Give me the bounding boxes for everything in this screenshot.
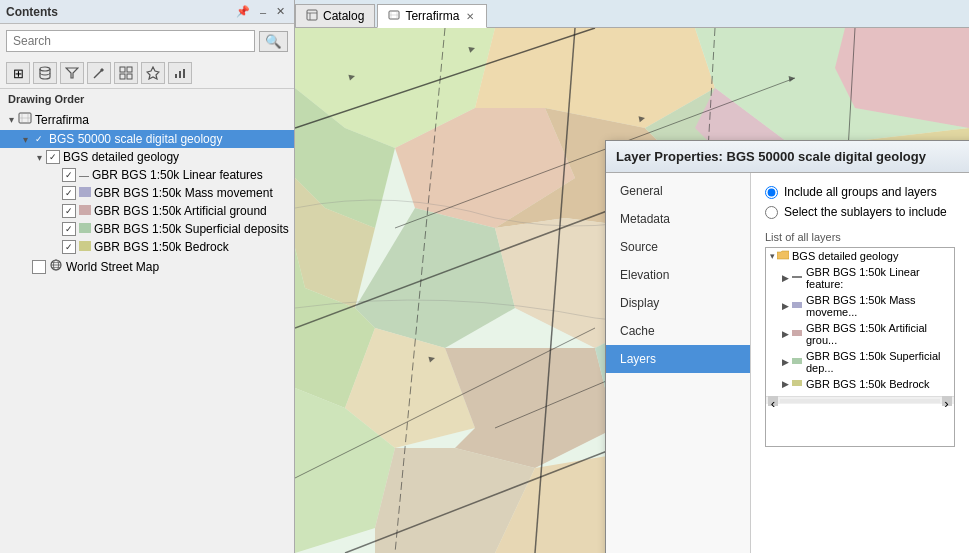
nav-item-metadata[interactable]: Metadata xyxy=(606,205,750,233)
line-icon: — xyxy=(79,170,89,181)
tree-label-bedrock: GBR BGS 1:50k Bedrock xyxy=(94,240,229,254)
right-area: Catalog Terrafirma ✕ xyxy=(295,0,969,553)
radio-include-all-input[interactable] xyxy=(765,186,778,199)
svg-rect-5 xyxy=(127,67,132,72)
node-label-bedrock: GBR BGS 1:50k Bedrock xyxy=(806,378,930,390)
toolbar-edit-btn[interactable] xyxy=(87,62,111,84)
panel-close-button[interactable]: ✕ xyxy=(273,4,288,19)
tree-node-mass[interactable]: ▶ GBR BGS 1:50k Mass moveme... xyxy=(766,292,954,320)
tab-catalog[interactable]: Catalog xyxy=(295,4,375,27)
tree-node-bedrock[interactable]: ▶ GBR BGS 1:50k Bedrock xyxy=(766,376,954,392)
checkbox-bedrock[interactable]: ✓ xyxy=(62,240,76,254)
nav-item-display[interactable]: Display xyxy=(606,289,750,317)
nav-item-elevation[interactable]: Elevation xyxy=(606,261,750,289)
svg-rect-4 xyxy=(120,67,125,72)
radio-include-all: Include all groups and layers xyxy=(765,185,969,199)
toolbar-grid-btn[interactable] xyxy=(114,62,138,84)
layers-section: List of all layers ▾ BGS detailed geolog… xyxy=(765,231,969,447)
nav-item-general[interactable]: General xyxy=(606,177,750,205)
hscroll-right[interactable]: › xyxy=(942,396,952,406)
nav-item-layers[interactable]: Layers xyxy=(606,345,750,373)
dialog-title: Layer Properties: BGS 50000 scale digita… xyxy=(616,149,926,164)
radio-select-sublayers-input[interactable] xyxy=(765,206,778,219)
tree-item-bgs-detailed[interactable]: ▾ ✓ BGS detailed geology xyxy=(0,148,294,166)
tree-node-artificial[interactable]: ▶ GBR BGS 1:50k Artificial grou... xyxy=(766,320,954,348)
svg-rect-10 xyxy=(179,71,181,78)
list-title: List of all layers xyxy=(765,231,955,243)
checkbox-mass[interactable]: ✓ xyxy=(62,186,76,200)
radio-group: Include all groups and layers Select the… xyxy=(765,185,969,219)
radio-select-sublayers-label: Select the sublayers to include xyxy=(784,205,947,219)
svg-rect-71 xyxy=(792,330,802,336)
checkbox-artificial[interactable]: ✓ xyxy=(62,204,76,218)
tree-node-bgs-detailed[interactable]: ▾ BGS detailed geology xyxy=(766,248,954,264)
panel-title: Contents xyxy=(6,5,58,19)
folder-icon xyxy=(777,250,789,262)
svg-rect-13 xyxy=(79,187,91,197)
layer-icon-superficial xyxy=(791,356,803,368)
panel-minimize-button[interactable]: – xyxy=(257,4,269,19)
tree-node-linear[interactable]: ▶ GBR BGS 1:50k Linear feature: xyxy=(766,264,954,292)
hscroll-left[interactable]: ‹ xyxy=(768,396,778,406)
tree-label-artificial: GBR BGS 1:50k Artificial ground xyxy=(94,204,267,218)
tab-catalog-label: Catalog xyxy=(323,9,364,23)
expander-icon: ▾ xyxy=(4,114,18,125)
tree-label-worldstreet: World Street Map xyxy=(66,260,159,274)
checkbox-bgs-detailed[interactable]: ✓ xyxy=(46,150,60,164)
toolbar-filter-btn[interactable] xyxy=(60,62,84,84)
tree-label-linear: GBR BGS 1:50k Linear features xyxy=(92,168,263,182)
toolbar-symbol-btn[interactable] xyxy=(141,62,165,84)
node-label-linear: GBR BGS 1:50k Linear feature: xyxy=(806,266,950,290)
tree-node-superficial[interactable]: ▶ GBR BGS 1:50k Superficial dep... xyxy=(766,348,954,376)
tree-item-mass[interactable]: ✓ GBR BGS 1:50k Mass movement xyxy=(0,184,294,202)
dialog-body: General Metadata Source Elevation Displa… xyxy=(606,173,969,553)
panel-pin-button[interactable]: 📌 xyxy=(233,4,253,19)
expander-icon: ▾ xyxy=(32,152,46,163)
tab-close-button[interactable]: ✕ xyxy=(464,11,476,22)
list-box[interactable]: ▾ BGS detailed geology ▶ xyxy=(765,247,955,447)
tab-terrafirma-label: Terrafirma xyxy=(405,9,459,23)
tree-label-bgs50000: BGS 50000 scale digital geology xyxy=(49,132,222,146)
checkbox-superficial[interactable]: ✓ xyxy=(62,222,76,236)
svg-rect-7 xyxy=(127,74,132,79)
dialog-nav: General Metadata Source Elevation Displa… xyxy=(606,173,751,553)
nav-item-source[interactable]: Source xyxy=(606,233,750,261)
catalog-tab-icon xyxy=(306,9,318,23)
search-button[interactable]: 🔍 xyxy=(259,31,288,52)
tree-label-mass: GBR BGS 1:50k Mass movement xyxy=(94,186,273,200)
svg-point-0 xyxy=(40,67,50,71)
nav-item-cache[interactable]: Cache xyxy=(606,317,750,345)
toolbar-chart-btn[interactable] xyxy=(168,62,192,84)
tree-item-linear[interactable]: ✓ — GBR BGS 1:50k Linear features xyxy=(0,166,294,184)
tree-item-bgs50000[interactable]: ▾ ✓ BGS 50000 scale digital geology xyxy=(0,130,294,148)
radio-select-sublayers: Select the sublayers to include xyxy=(765,205,969,219)
node-label-bgs-detailed: BGS detailed geology xyxy=(792,250,898,262)
toolbar-map-btn[interactable]: ⊞ xyxy=(6,62,30,84)
svg-marker-1 xyxy=(66,68,78,78)
layer-icon-bedrock xyxy=(791,378,803,390)
tree-label-superficial: GBR BGS 1:50k Superficial deposits xyxy=(94,222,289,236)
terrafirma-tab-icon xyxy=(388,9,400,23)
expand-icon6: ▶ xyxy=(782,379,789,389)
svg-rect-15 xyxy=(79,223,91,233)
checkbox-bgs50000[interactable]: ✓ xyxy=(32,132,46,146)
list-panel: List of all layers ▾ BGS detailed geolog… xyxy=(765,231,955,447)
tree-label-terrafirma: Terrafirma xyxy=(35,113,89,127)
expand-icon: ▾ xyxy=(770,251,775,261)
svg-marker-8 xyxy=(147,67,159,79)
checkbox-linear[interactable]: ✓ xyxy=(62,168,76,182)
search-input[interactable] xyxy=(6,30,255,52)
tab-terrafirma[interactable]: Terrafirma ✕ xyxy=(377,4,487,28)
tree-item-terrafirma[interactable]: ▾ Terrafirma xyxy=(0,109,294,130)
checkbox-worldstreet[interactable] xyxy=(32,260,46,274)
tree-item-superficial[interactable]: ✓ GBR BGS 1:50k Superficial deposits xyxy=(0,220,294,238)
fill-icon4 xyxy=(79,240,91,254)
tree-item-bedrock[interactable]: ✓ GBR BGS 1:50k Bedrock xyxy=(0,238,294,256)
svg-line-2 xyxy=(94,70,102,78)
toolbar-db-btn[interactable] xyxy=(33,62,57,84)
expander-icon: ▾ xyxy=(18,134,32,145)
tree-item-worldstreet[interactable]: World Street Map xyxy=(0,256,294,277)
tree-item-artificial[interactable]: ✓ GBR BGS 1:50k Artificial ground xyxy=(0,202,294,220)
fill-icon3 xyxy=(79,222,91,236)
panel-titlebar: Contents 📌 – ✕ xyxy=(0,0,294,24)
